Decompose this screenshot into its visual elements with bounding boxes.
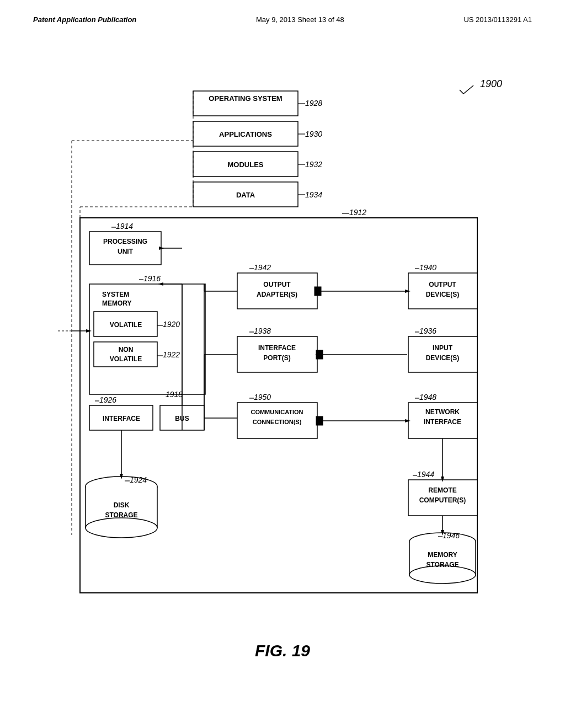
ref-1942: 1942 [254, 263, 271, 272]
remote-computer-text1: REMOTE [428, 486, 456, 494]
ref-1928: 1928 [305, 99, 322, 108]
ref-1948: 1948 [419, 393, 436, 402]
system-memory-text2: MEMORY [102, 299, 132, 307]
ref-1940: 1940 [419, 263, 436, 272]
ref-1930: 1930 [305, 130, 322, 138]
system-memory-text1: SYSTEM [102, 291, 129, 298]
network-interface-text2: INTERFACE [424, 418, 461, 426]
applications-text: APPLICATIONS [219, 130, 272, 138]
page-header: Patent Application Publication May 9, 20… [0, 0, 565, 24]
disk-storage-text1: DISK [114, 501, 130, 509]
ref-1938: 1938 [254, 326, 271, 335]
output-adapter-text2: ADAPTER(S) [257, 291, 297, 298]
disk-storage-bottom [86, 518, 157, 538]
interface-text: INTERFACE [103, 415, 140, 422]
non-volatile-text1: NON [119, 346, 134, 354]
communication-text1: COMMUNICATION [250, 409, 303, 415]
disk-storage-text2: STORAGE [105, 511, 137, 519]
ref-1934: 1934 [305, 190, 322, 199]
header-publication-label: Patent Application Publication [33, 15, 136, 24]
non-volatile-text2: VOLATILE [110, 355, 142, 363]
ref-1936: 1936 [419, 326, 436, 335]
processing-unit-text1: PROCESSING [103, 238, 147, 245]
volatile-text: VOLATILE [110, 321, 142, 329]
header-date-sheet: May 9, 2013 Sheet 13 of 48 [256, 15, 344, 24]
ref-1946: 1946 [443, 531, 460, 540]
svg-line-1 [460, 90, 463, 94]
svg-line-0 [463, 85, 473, 94]
ref-1914: 1914 [116, 222, 133, 231]
operating-system-text: OPERATING SYSTEM [209, 94, 282, 103]
communication-text2: CONNECTION(S) [253, 419, 302, 425]
memory-storage-text1: MEMORY [428, 551, 457, 559]
ref-1922: 1922 [163, 350, 180, 359]
modules-text: MODULES [228, 160, 264, 169]
connector-interface-port [316, 350, 323, 359]
processing-unit-text2: UNIT [118, 248, 134, 255]
remote-computer-text2: COMPUTER(S) [419, 496, 466, 504]
header-patent-number: US 2013/0113291 A1 [463, 15, 532, 24]
data-text: DATA [236, 191, 255, 199]
output-device-text2: DEVICE(S) [426, 291, 460, 298]
ref-1900-label: 1900 [480, 78, 502, 89]
figure-caption: FIG. 19 [255, 641, 310, 660]
ref-1932: 1932 [305, 160, 322, 169]
interface-port-text1: INTERFACE [258, 344, 296, 352]
network-interface-text1: NETWORK [425, 408, 460, 416]
input-device-text1: INPUT [433, 344, 453, 352]
ref-1918: 1918 [166, 390, 183, 399]
ref-1912: 1912 [349, 208, 366, 217]
input-device-text2: DEVICE(S) [426, 354, 460, 362]
interface-port-text2: PORT(S) [263, 354, 290, 362]
connector-out-adapter [315, 287, 321, 296]
connector-comm [316, 416, 323, 425]
ref-1926: 1926 [99, 395, 116, 404]
output-device-text1: OUTPUT [429, 281, 456, 288]
ref-1950: 1950 [254, 393, 271, 402]
ref-1924: 1924 [130, 475, 147, 484]
memory-storage-text2: STORAGE [426, 561, 459, 569]
patent-page: Patent Application Publication May 9, 20… [0, 0, 565, 728]
output-adapter-text1: OUTPUT [263, 281, 291, 288]
patent-diagram: 1900 OPERATING SYSTEM 1928 APPLICATIONS … [22, 55, 543, 678]
ref-1920: 1920 [163, 320, 180, 329]
ref-1916: 1916 [143, 274, 161, 283]
ref-1944: 1944 [417, 470, 434, 479]
